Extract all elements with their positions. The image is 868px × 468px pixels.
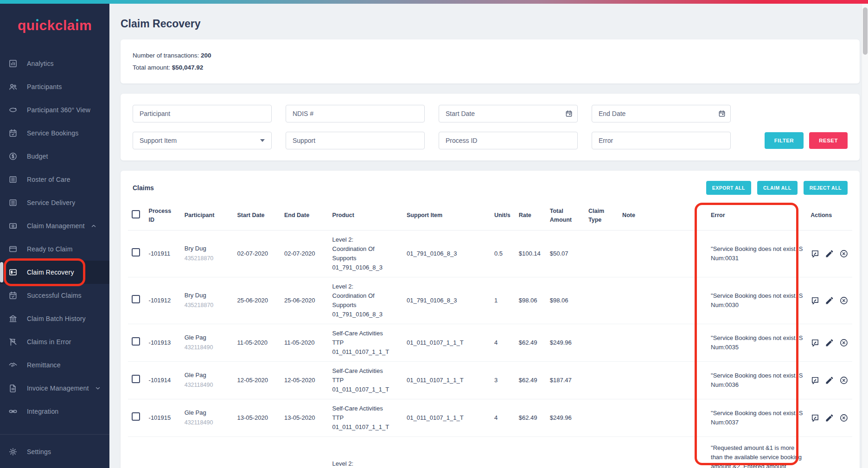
start-date-filter-field: [439, 105, 578, 122]
ndis-filter-input[interactable]: [286, 105, 425, 122]
error-cell: "Requested amount &1 is more than the av…: [707, 436, 807, 468]
sidebar-item-ready-to-claim[interactable]: Ready to Claim: [0, 237, 109, 261]
support-filter-input[interactable]: [286, 132, 425, 149]
sidebar-item-settings[interactable]: Settings: [0, 440, 109, 463]
export-all-button[interactable]: EXPORT ALL: [706, 181, 751, 195]
sidebar-item-label: Claim Recovery: [27, 269, 74, 276]
process-id-cell: -101911: [145, 230, 181, 277]
end-date-cell: 12-05-2020: [281, 361, 329, 399]
start-date-input[interactable]: [439, 105, 578, 122]
row-checkbox[interactable]: [132, 375, 140, 383]
sidebar-item-roster-of-care[interactable]: Roster of Care: [0, 168, 109, 191]
row-checkbox[interactable]: [132, 295, 140, 303]
reject-all-button[interactable]: REJECT ALL: [804, 181, 848, 195]
error-filter-input[interactable]: [592, 132, 731, 149]
claim-type-cell: [585, 230, 619, 277]
units-cell: 0.5: [491, 230, 515, 277]
end-date-input[interactable]: [592, 105, 731, 122]
sidebar-item-claim-recovery[interactable]: Claim Recovery: [0, 261, 109, 284]
rate-cell: $62.49: [515, 324, 546, 361]
note-edit-icon[interactable]: [811, 413, 820, 423]
sidebar-item-label: Participants: [27, 83, 62, 90]
participant-filter-input[interactable]: [133, 105, 272, 122]
note-edit-icon[interactable]: [811, 296, 820, 305]
list-icon: [8, 175, 18, 184]
filter-actions: FILTER RESET: [745, 132, 848, 149]
edit-pencil-icon[interactable]: [825, 249, 834, 258]
sidebar-item-label: Ready to Claim: [27, 245, 73, 253]
support-item-cell: [403, 436, 491, 468]
sidebar-item-successful-claims[interactable]: Successful Claims: [0, 284, 109, 307]
note-edit-icon[interactable]: [811, 338, 820, 347]
calendar-icon[interactable]: [565, 109, 573, 118]
calendar-icon[interactable]: [718, 109, 726, 118]
process-id-cell: -101915: [145, 399, 181, 436]
calendar-check-icon: [8, 291, 18, 300]
edit-pencil-icon[interactable]: [825, 413, 834, 423]
process-id-filter-field: [439, 132, 578, 149]
reset-button[interactable]: RESET: [809, 132, 848, 149]
sidebar-item-analytics[interactable]: Analytics: [0, 52, 109, 75]
support-item-cell: 01_011_0107_1_1_T: [403, 324, 491, 361]
claims-table: Process ID Participant Start Date End Da…: [128, 202, 852, 468]
row-checkbox[interactable]: [132, 248, 140, 256]
page-scrollbar-thumb[interactable]: [863, 7, 868, 55]
end-date-cell: 11-05-2020: [281, 324, 329, 361]
note-edit-icon[interactable]: [811, 376, 820, 385]
sidebar-item-service-delivery[interactable]: Service Delivery: [0, 191, 109, 214]
sidebar-item-claims-in-error[interactable]: Claims in Error: [0, 330, 109, 353]
logo-i-dot: ı: [75, 18, 79, 33]
filter-button[interactable]: FILTER: [765, 132, 804, 149]
participant-cell: Bry Dug 435218870: [181, 230, 234, 277]
row-checkbox[interactable]: [132, 412, 140, 421]
ndis-number: 432118490: [185, 343, 230, 352]
claim-all-button[interactable]: CLAIM ALL: [757, 181, 798, 195]
reject-claim-icon[interactable]: [839, 376, 849, 385]
claim-type-cell: [585, 277, 619, 324]
start-date-cell: 25-06-2020: [233, 277, 281, 324]
sidebar-item-budget[interactable]: Budget: [0, 145, 109, 168]
actions-cell: [807, 277, 852, 324]
total-amount-cell: $187.47: [546, 361, 585, 399]
reject-claim-icon[interactable]: [839, 338, 849, 347]
col-actions: Actions: [807, 202, 852, 230]
row-checkbox[interactable]: [132, 337, 140, 346]
actions-cell: [807, 230, 852, 277]
sidebar-item-claim-batch-history[interactable]: Claim Batch History: [0, 307, 109, 330]
support-item-select[interactable]: Support Item: [133, 132, 272, 149]
process-id-filter-input[interactable]: [439, 132, 578, 149]
start-date-cell: 11-05-2020: [233, 324, 281, 361]
note-edit-icon[interactable]: [811, 249, 820, 258]
sidebar-item-integration[interactable]: Integration: [0, 400, 109, 423]
select-all-checkbox[interactable]: [132, 210, 140, 218]
error-cell: "Service Booking does not exist.;S Num:0…: [707, 230, 807, 277]
actions-cell: [807, 436, 852, 468]
col-rate: Rate: [515, 202, 546, 230]
sidebar-item-label: Invoice Management: [27, 385, 89, 392]
sidebar-item-remittance[interactable]: Remittance: [0, 353, 109, 377]
reject-claim-icon[interactable]: [839, 413, 849, 423]
table-row: -101914 Gle Pag 432118490 12-05-2020 12-…: [128, 361, 852, 399]
document-icon: [8, 384, 18, 393]
sidebar-item-participant-360-view[interactable]: Participant 360° View: [0, 98, 109, 122]
sidebar-item-invoice-management[interactable]: Invoice Management: [0, 377, 109, 400]
edit-pencil-icon[interactable]: [825, 338, 834, 347]
transactions-summary: Number of transactions: 200: [133, 51, 848, 60]
sidebar-item-claim-management[interactable]: Claim Management: [0, 214, 109, 237]
dollar-circle-icon: [8, 152, 18, 161]
reject-claim-icon[interactable]: [839, 249, 849, 258]
edit-pencil-icon[interactable]: [825, 376, 834, 385]
end-date-cell: 25-06-2020: [281, 277, 329, 324]
units-cell: 4: [491, 399, 515, 436]
rate-cell: [515, 436, 546, 468]
sidebar-item-participants[interactable]: Participants: [0, 75, 109, 98]
chevron-down-icon: [95, 385, 101, 391]
sidebar-item-service-bookings[interactable]: Service Bookings: [0, 122, 109, 145]
ndis-number: 432118490: [185, 418, 230, 427]
ndis-number: 435218870: [185, 301, 230, 310]
actions-cell: [807, 324, 852, 361]
reject-claim-icon[interactable]: [839, 296, 849, 305]
edit-pencil-icon[interactable]: [825, 296, 834, 305]
bank-icon: [8, 314, 18, 323]
support-filter-field: [286, 132, 425, 149]
